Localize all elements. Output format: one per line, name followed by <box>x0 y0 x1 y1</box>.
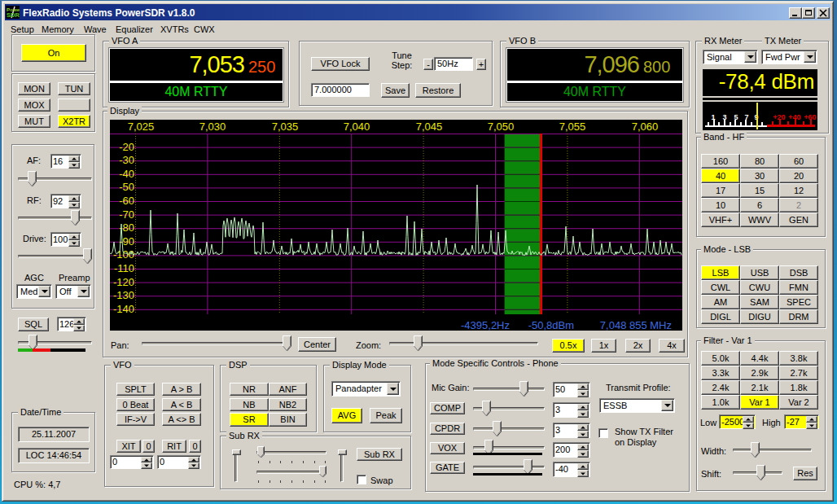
svg-text:-140: -140 <box>113 303 134 315</box>
svg-text:-70: -70 <box>119 208 134 221</box>
svg-text:-60: -60 <box>119 195 134 207</box>
svg-text:7,050: 7,050 <box>488 121 515 133</box>
svg-text:7,045: 7,045 <box>416 121 443 133</box>
svg-text:-20: -20 <box>119 141 134 153</box>
svg-text:3: 3 <box>722 113 726 121</box>
svg-text:-110: -110 <box>114 262 134 274</box>
svg-text:7: 7 <box>744 113 748 121</box>
svg-text:-40: -40 <box>119 168 134 180</box>
svg-text:-90: -90 <box>119 235 134 248</box>
svg-text:-50: -50 <box>119 181 134 193</box>
svg-text:1: 1 <box>711 113 715 121</box>
svg-text:7,025: 7,025 <box>128 121 155 133</box>
svg-text:7,040: 7,040 <box>344 121 370 133</box>
svg-text:-4395,2Hz: -4395,2Hz <box>461 319 510 331</box>
svg-text:-130: -130 <box>113 289 134 301</box>
svg-text:5: 5 <box>734 113 738 121</box>
svg-text:7,060: 7,060 <box>632 121 659 133</box>
svg-text:+60: +60 <box>804 113 816 121</box>
svg-text:-50,8dBm: -50,8dBm <box>528 319 574 331</box>
svg-text:-30: -30 <box>119 154 134 166</box>
svg-text:7,055: 7,055 <box>559 121 586 133</box>
svg-text:7,048 855 MHz: 7,048 855 MHz <box>600 319 672 331</box>
svg-text:-120: -120 <box>113 276 134 288</box>
svg-text:+20: +20 <box>773 113 785 121</box>
svg-text:7,030: 7,030 <box>199 121 226 133</box>
svg-text:SDR: SDR <box>7 11 20 19</box>
svg-text:7,035: 7,035 <box>272 121 299 133</box>
svg-text:+40: +40 <box>788 113 800 121</box>
